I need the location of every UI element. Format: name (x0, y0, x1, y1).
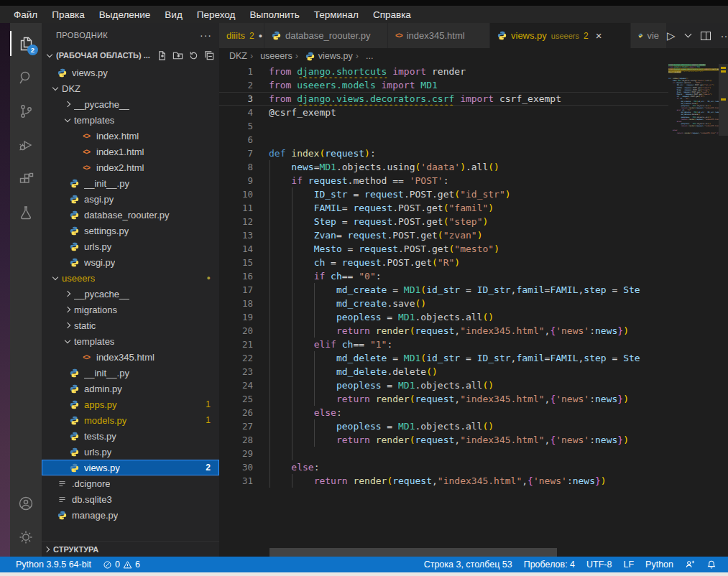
code-line-12[interactable]: 12 Step = request.POST.get("step") (219, 215, 668, 228)
activity-settings[interactable] (10, 520, 42, 554)
tab-views-py[interactable]: views.pyuseeers2× (490, 23, 631, 48)
tree-item-dcignore[interactable]: .dcignore (42, 475, 219, 491)
explorer-more-icon[interactable]: ··· (200, 29, 212, 41)
horizontal-scrollbar[interactable] (269, 548, 557, 557)
tree-item-templates[interactable]: templates (42, 112, 219, 128)
activity-extensions[interactable] (10, 162, 42, 195)
code-line-3[interactable]: 3from django.views.decorators.csrf impor… (219, 92, 668, 106)
menu-item-run[interactable]: Выполнить (243, 8, 305, 22)
breadcrumb-item-useeers[interactable]: useeers (250, 51, 292, 61)
tree-item-tests-py[interactable]: tests.py (42, 428, 219, 444)
tab-diiits[interactable]: diiits2● (219, 23, 264, 48)
tree-item-wsgi-py[interactable]: wsgi.py (42, 254, 219, 270)
tree-item-index345-html[interactable]: <>index345.html (42, 349, 219, 365)
tab-vie[interactable]: vie (631, 23, 667, 48)
tree-item-dkz[interactable]: DKZ (42, 80, 219, 96)
code-line-22[interactable]: 22 md_delete = MD1(id_str = ID_str,famil… (219, 351, 668, 365)
activity-testing[interactable] (10, 195, 42, 229)
code-line-20[interactable]: 20 return render(request,"index345.html"… (219, 324, 668, 338)
code-line-26[interactable]: 26 else: (219, 406, 668, 419)
code-line-29[interactable]: 29 (219, 447, 668, 460)
breadcrumb-item-[interactable]: ... (356, 51, 374, 61)
activity-source-control[interactable] (10, 94, 42, 128)
code-editor[interactable]: 1from django.shortcuts import render2fro… (219, 64, 728, 557)
menu-item-terminal[interactable]: Терминал (308, 8, 365, 22)
code-line-23[interactable]: 23 md_delete.delete() (219, 365, 668, 378)
code-line-9[interactable]: 9 if request.method == 'POST': (219, 174, 668, 187)
tree-item-admin-py[interactable]: admin.py (42, 381, 219, 396)
tree-item-templates[interactable]: templates (42, 333, 219, 349)
tree-item-urls-py[interactable]: urls.py (42, 444, 219, 460)
tree-item-index1-html[interactable]: <>index1.html (42, 144, 219, 159)
split-editor-icon[interactable] (701, 32, 711, 40)
code-line-6[interactable]: 6 (219, 133, 668, 147)
menu-item-view[interactable]: Вид (158, 8, 188, 22)
tree-item-useeers[interactable]: useeers● (42, 270, 219, 286)
code-line-24[interactable]: 24 peopless = MD1.objects.all() (219, 378, 668, 392)
outline-section-header[interactable]: СТРУКТУРА (42, 541, 219, 557)
tree-item-database-roouter-py[interactable]: database_roouter.py (42, 207, 219, 223)
tree-item-settings-py[interactable]: settings.py (42, 223, 219, 238)
code-line-18[interactable]: 18 md_create.save() (219, 297, 668, 310)
code-line-5[interactable]: 5 (219, 119, 668, 133)
code-line-25[interactable]: 25 return render(request,"index345.html"… (219, 392, 668, 406)
chevron-down-icon[interactable] (684, 31, 691, 38)
code-line-16[interactable]: 16 if ch== "0": (219, 269, 668, 283)
language-mode[interactable]: Python (640, 557, 679, 572)
breadcrumb-item-dkz[interactable]: DKZ (229, 51, 247, 61)
code-line-13[interactable]: 13 Zvan= request.POST.get("zvan") (219, 228, 668, 242)
close-icon[interactable]: × (596, 29, 602, 42)
tab-database-roouter-py[interactable]: database_roouter.py (264, 23, 388, 48)
menu-item-edit[interactable]: Правка (45, 8, 91, 22)
new-folder-icon[interactable] (172, 50, 183, 61)
code-line-11[interactable]: 11 FAMIL= request.POST.get("famil") (219, 201, 668, 215)
code-line-17[interactable]: 17 md_create = MD1(id_str = ID_str,famil… (219, 283, 668, 297)
tree-item-apps-py[interactable]: apps.py1 (42, 396, 219, 412)
menu-item-selection[interactable]: Выделение (93, 8, 157, 22)
code-line-31[interactable]: 31 return render(request,"index345.html"… (219, 474, 668, 488)
tree-item-asgi-py[interactable]: asgi.py (42, 191, 219, 207)
code-line-28[interactable]: 28 return render(request,"index345.html"… (219, 433, 668, 447)
more-icon[interactable]: ··· (721, 29, 728, 42)
tree-item-pycache[interactable]: __pycache__ (42, 96, 219, 112)
menu-item-file[interactable]: Файл (7, 8, 44, 22)
tree-item-index2-html[interactable]: <>index2.html (42, 159, 219, 175)
tree-item-init-py[interactable]: __init__.py (42, 175, 219, 191)
code-line-7[interactable]: 7def index(request): (219, 147, 668, 160)
tree-item-db-sqlite3[interactable]: db.sqlite3 (42, 491, 219, 507)
tree-item-index-html[interactable]: <>index.html (42, 128, 219, 144)
problems-indicator[interactable]: 0 6 (97, 557, 146, 572)
code-line-15[interactable]: 15 ch = request.POST.get("R") (219, 256, 668, 269)
run-icon[interactable]: ▷ (667, 29, 676, 42)
activity-account[interactable] (10, 486, 42, 520)
code-line-30[interactable]: 30 else: (219, 460, 668, 474)
code-line-21[interactable]: 21 elif ch== "1": (219, 338, 668, 351)
activity-explorer[interactable]: 2 (10, 27, 42, 60)
tree-item-models-py[interactable]: models.py1 (42, 412, 219, 428)
code-line-10[interactable]: 10 ID_str = request.POST.get("id_str") (219, 187, 668, 201)
tree-item-pycache[interactable]: __pycache__ (42, 286, 219, 302)
feedback-icon[interactable] (679, 557, 701, 572)
new-file-icon[interactable] (157, 50, 167, 61)
indentation[interactable]: Пробелов: 4 (518, 557, 581, 572)
activity-run-debug[interactable] (10, 128, 42, 162)
encoding[interactable]: UTF-8 (581, 557, 617, 572)
code-line-4[interactable]: 4@csrf_exempt (219, 106, 668, 119)
tree-item-views-py[interactable]: views.py (42, 65, 219, 80)
tree-item-manage-py[interactable]: manage.py (42, 507, 219, 523)
breadcrumb-item-views-py[interactable]: views.py (295, 51, 353, 61)
code-line-14[interactable]: 14 Mesto = request.POST.get("mesto") (219, 242, 668, 256)
code-line-27[interactable]: 27 peopless = MD1.objects.all() (219, 419, 668, 433)
cursor-position[interactable]: Строка 3, столбец 53 (418, 557, 518, 572)
eol-sequence[interactable]: LF (617, 557, 640, 572)
code-line-8[interactable]: 8 news=MD1.objects.using('daata').all() (219, 160, 668, 174)
tree-item-static[interactable]: static (42, 317, 219, 333)
workspace-section-header[interactable]: (РАБОЧАЯ ОБЛАСТЬ) ... (42, 47, 219, 63)
overview-ruler[interactable] (719, 64, 728, 557)
activity-search[interactable] (10, 60, 42, 94)
refresh-icon[interactable] (188, 50, 199, 61)
tree-item-urls-py[interactable]: urls.py (42, 238, 219, 254)
tree-item-views-py[interactable]: views.py2 (42, 460, 219, 475)
tree-item-init-py[interactable]: __init__.py (42, 365, 219, 381)
code-line-1[interactable]: 1from django.shortcuts import render (219, 65, 668, 78)
